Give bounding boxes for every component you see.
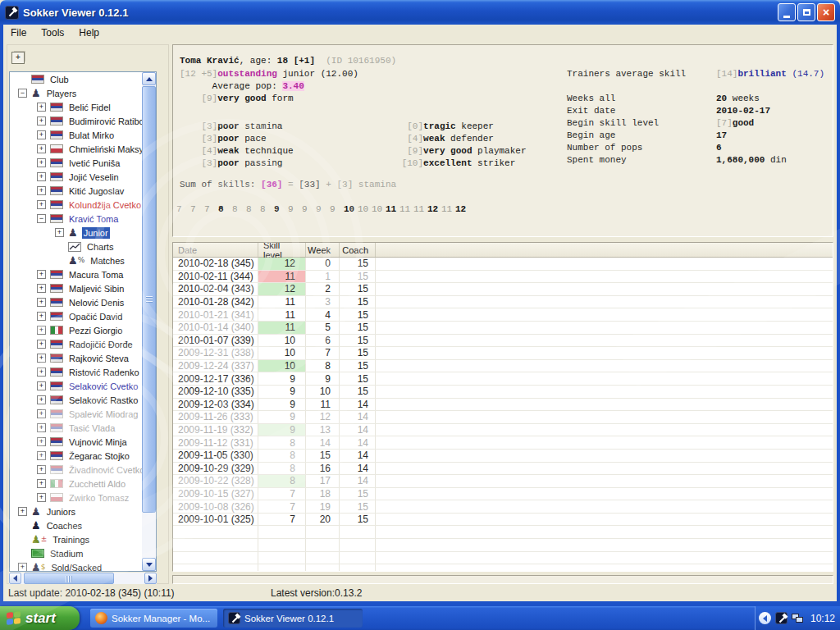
- table-row[interactable]: [173, 552, 833, 565]
- table-row[interactable]: 2009-10-08 (326)71915: [173, 500, 833, 514]
- expand-plus-icon[interactable]: +: [37, 144, 46, 153]
- tree-item[interactable]: +Selaković Rastko: [10, 393, 156, 407]
- table-row[interactable]: 2009-12-31 (338)10715: [173, 347, 833, 360]
- collapse-minus-icon[interactable]: −: [37, 214, 46, 223]
- table-row[interactable]: 2010-01-21 (341)11415: [173, 308, 833, 322]
- expand-plus-icon[interactable]: +: [18, 507, 27, 516]
- expand-plus-icon[interactable]: +: [37, 284, 46, 293]
- expand-plus-icon[interactable]: +: [37, 409, 46, 418]
- network-icon[interactable]: [792, 613, 805, 624]
- expand-plus-icon[interactable]: +: [37, 395, 46, 404]
- table-row[interactable]: 2009-10-29 (329)81614: [173, 463, 833, 476]
- tree-item[interactable]: −♟Players: [10, 86, 156, 100]
- tree-item[interactable]: +Selaković Cvetko: [10, 379, 156, 393]
- tree-item[interactable]: +♟Junior: [10, 226, 156, 240]
- expand-plus-icon[interactable]: +: [37, 368, 46, 377]
- taskbar-button-sokker-manager[interactable]: Sokker Manager - Mo...: [90, 609, 217, 628]
- menu-tools[interactable]: Tools: [34, 25, 71, 40]
- scroll-up-button[interactable]: [142, 72, 156, 85]
- scroll-down-button[interactable]: [142, 558, 156, 571]
- tree-item[interactable]: +Vujnović Minja: [10, 435, 156, 449]
- tree-item[interactable]: +♟$Sold/Sacked: [10, 560, 156, 572]
- expand-plus-icon[interactable]: +: [37, 312, 46, 321]
- table-row[interactable]: [173, 539, 833, 552]
- table-row[interactable]: 2009-10-22 (328)81714: [173, 475, 833, 488]
- tree-item[interactable]: ♟±Trainings: [10, 532, 156, 546]
- expand-plus-icon[interactable]: +: [37, 298, 46, 307]
- tree-item[interactable]: ♟Coaches: [10, 518, 156, 532]
- expand-plus-icon[interactable]: +: [37, 354, 46, 363]
- tree-item[interactable]: +Ivetić Puniša: [10, 156, 156, 170]
- scroll-thumb[interactable]: [24, 573, 114, 584]
- table-row[interactable]: 2010-01-14 (340)11515: [173, 322, 833, 335]
- expand-plus-icon[interactable]: +: [37, 465, 46, 474]
- collapse-minus-icon[interactable]: −: [18, 89, 27, 98]
- tree-item[interactable]: +Bulat Mirko: [10, 128, 156, 142]
- scroll-right-button[interactable]: [144, 573, 157, 584]
- tree-item[interactable]: +Opačić David: [10, 309, 156, 323]
- tree-item[interactable]: +Belić Fidel: [10, 100, 156, 114]
- menu-file[interactable]: File: [3, 25, 34, 40]
- column-header-coach[interactable]: Coach: [340, 243, 376, 257]
- tree-item[interactable]: +Spalević Miodrag: [10, 407, 156, 421]
- table-row[interactable]: 2010-02-04 (343)12215: [173, 283, 833, 296]
- menu-help[interactable]: Help: [71, 25, 107, 40]
- tree-item[interactable]: +Maljević Sibin: [10, 281, 156, 295]
- table-row[interactable]: [173, 564, 833, 572]
- table-row[interactable]: 2010-02-18 (345)12015: [173, 258, 833, 271]
- tree-item[interactable]: Club: [10, 72, 156, 86]
- expand-plus-icon[interactable]: +: [37, 200, 46, 209]
- table-row[interactable]: 2009-11-26 (333)91214: [173, 411, 833, 424]
- expand-plus-icon[interactable]: +: [37, 270, 46, 279]
- tree-item[interactable]: ♟%Matches: [10, 253, 156, 267]
- table-row[interactable]: 2009-11-12 (331)81414: [173, 436, 833, 450]
- tree-horizontal-scrollbar[interactable]: [9, 573, 157, 584]
- tree-item[interactable]: +Rajković Steva: [10, 351, 156, 365]
- table-row[interactable]: 2009-12-24 (337)10815: [173, 360, 833, 373]
- tree-item[interactable]: +Živadinović Cvetko: [10, 463, 156, 477]
- column-header-date[interactable]: Date: [173, 243, 258, 257]
- expand-plus-icon[interactable]: +: [37, 172, 46, 181]
- expand-plus-icon[interactable]: +: [37, 116, 46, 126]
- tree-item[interactable]: +Macura Toma: [10, 267, 156, 281]
- table-row[interactable]: [173, 526, 833, 539]
- scroll-left-button[interactable]: [9, 573, 21, 584]
- expand-plus-icon[interactable]: +: [37, 186, 46, 195]
- start-button[interactable]: start: [0, 606, 80, 630]
- taskbar-button-sokker-viewer[interactable]: Sokker Viewer 0.12.1: [223, 609, 363, 628]
- expand-plus-icon[interactable]: +: [37, 381, 46, 390]
- table-row[interactable]: 2010-01-28 (342)11315: [173, 296, 833, 309]
- minimize-button[interactable]: [778, 3, 796, 21]
- tray-sokker-icon[interactable]: [775, 612, 788, 624]
- maximize-button[interactable]: [797, 3, 815, 21]
- tree-item[interactable]: +Pezzi Giorgio: [10, 323, 156, 337]
- expand-plus-icon[interactable]: +: [37, 479, 46, 488]
- tree-item[interactable]: +♟Juniors: [10, 504, 156, 518]
- table-row[interactable]: 2010-02-11 (344)11115: [173, 271, 833, 284]
- tree-item[interactable]: +Tasić Vlada: [10, 421, 156, 435]
- tree-item[interactable]: +Ristović Radenko: [10, 365, 156, 379]
- tree-item[interactable]: +Zucchetti Aldo: [10, 477, 156, 491]
- tree-item[interactable]: +Nelović Denis: [10, 295, 156, 309]
- table-row[interactable]: 2009-12-10 (335)91015: [173, 386, 833, 399]
- table-row[interactable]: 2009-10-15 (327)71815: [173, 488, 833, 501]
- tree-item[interactable]: Stadium: [10, 546, 156, 560]
- table-row[interactable]: 2009-12-03 (334)91114: [173, 399, 833, 412]
- expand-plus-icon[interactable]: +: [37, 493, 46, 502]
- column-header-skill-level[interactable]: Skill level: [258, 243, 306, 257]
- expand-all-button[interactable]: +: [11, 52, 25, 64]
- tree-vertical-scrollbar[interactable]: [142, 72, 156, 571]
- tree-item[interactable]: +Žegarac Stojko: [10, 449, 156, 463]
- table-row[interactable]: 2009-11-19 (332)91314: [173, 424, 833, 437]
- tree-item[interactable]: +Chmieliński Maksymilian: [10, 142, 156, 156]
- expand-plus-icon[interactable]: +: [37, 130, 46, 139]
- tree-item[interactable]: −Kravić Toma: [10, 212, 156, 226]
- table-row[interactable]: 2010-01-07 (339)10615: [173, 335, 833, 348]
- table-row[interactable]: 2009-11-05 (330)81514: [173, 450, 833, 463]
- expand-plus-icon[interactable]: +: [37, 103, 46, 112]
- tree-item[interactable]: +Jojić Veselin: [10, 170, 156, 184]
- table-row[interactable]: 2009-10-01 (325)72015: [173, 514, 833, 527]
- scroll-thumb[interactable]: [142, 86, 156, 513]
- tree-item[interactable]: +Kolundžija Cvetko: [10, 198, 156, 212]
- expand-plus-icon[interactable]: +: [37, 158, 46, 167]
